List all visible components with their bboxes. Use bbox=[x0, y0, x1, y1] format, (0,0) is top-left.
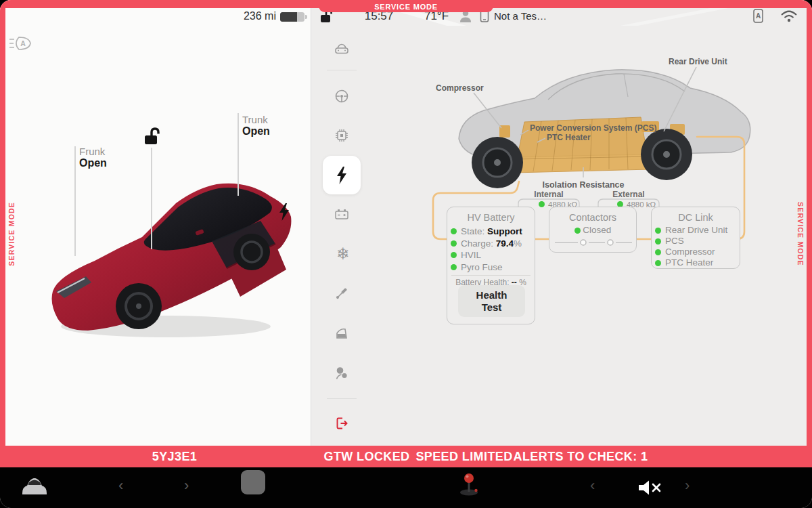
frunk-status[interactable]: Frunk Open bbox=[79, 146, 107, 169]
dc-link-panel: DC Link Rear Drive Unit PCS Compressor P… bbox=[651, 207, 740, 269]
service-mode-side-label: SERVICE MODE bbox=[796, 202, 805, 266]
dc-link-row: PCS bbox=[652, 236, 740, 247]
trunk-leader-line bbox=[238, 113, 239, 196]
alert-gtw-locked: GTW LOCKED bbox=[324, 446, 410, 467]
ptc-heater-label: PTC Heater bbox=[547, 133, 591, 142]
profile-name[interactable]: Not a Tes… bbox=[494, 10, 547, 22]
dc-link-title: DC Link bbox=[652, 212, 740, 223]
battery-gauge-tip bbox=[305, 15, 307, 19]
sidebar-item-suspension[interactable] bbox=[334, 285, 350, 301]
frunk-label: Frunk bbox=[79, 146, 107, 157]
door-unlocked-icon[interactable] bbox=[143, 126, 163, 146]
compressor-label: Compressor bbox=[436, 83, 484, 93]
range-readout[interactable]: 236 mi bbox=[223, 10, 276, 22]
auto-headlight-icon: A bbox=[9, 35, 33, 52]
vin-label: 5YJ3E1 bbox=[152, 446, 197, 467]
contactors-status-dot bbox=[574, 228, 581, 234]
sidebar-item-steering[interactable] bbox=[334, 88, 350, 104]
frunk-leader-line bbox=[74, 146, 76, 256]
dc-link-row: Compressor bbox=[652, 247, 740, 257]
state-status-dot bbox=[451, 228, 457, 234]
service-alert-bar: 5YJ3E1 GTW LOCKED SPEED LIMITED ALERTS T… bbox=[0, 446, 812, 467]
pyro-status-dot bbox=[451, 264, 457, 270]
sidebar-divider bbox=[327, 398, 357, 399]
battery-gauge-fill bbox=[280, 12, 297, 22]
svg-text:A: A bbox=[756, 12, 761, 20]
device-bezel: 236 mi 15:57 71°F Not a Tes… A A bbox=[0, 0, 812, 508]
hv-pyro-row: Pyro Fuse bbox=[447, 261, 535, 274]
volume-muted-icon[interactable] bbox=[637, 479, 666, 496]
sidebar-item-thermal[interactable]: ❄ bbox=[334, 245, 353, 263]
sidebar-item-processor[interactable] bbox=[334, 127, 350, 144]
service-mode-side-label: SERVICE MODE bbox=[7, 202, 16, 266]
hv-hvil-row: HVIL bbox=[447, 249, 535, 261]
temp-down-arrow[interactable]: ‹ bbox=[118, 478, 123, 493]
dc-status-dot bbox=[655, 228, 661, 234]
charge-port-icon[interactable] bbox=[279, 203, 290, 221]
wifi-icon[interactable] bbox=[780, 9, 798, 22]
sidebar-item-doors[interactable] bbox=[334, 325, 350, 341]
service-border-right bbox=[807, 0, 812, 446]
dc-status-dot bbox=[655, 260, 661, 266]
vehicle-render bbox=[37, 168, 304, 347]
health-test-button[interactable]: Health Test bbox=[458, 285, 525, 317]
alert-speed-limited: SPEED LIMITED bbox=[415, 446, 512, 467]
trunk-status[interactable]: Trunk Open bbox=[242, 114, 270, 137]
joystick-app-icon[interactable] bbox=[455, 470, 482, 497]
media-next-arrow[interactable]: › bbox=[685, 478, 690, 493]
sidebar-item-lv-battery[interactable] bbox=[334, 206, 350, 222]
service-mode-banner: SERVICE MODE bbox=[319, 0, 493, 12]
device-a-icon[interactable]: A bbox=[752, 8, 764, 24]
pcs-label: Power Conversion System (PCS) bbox=[530, 123, 656, 133]
hv-battery-title: HV Battery bbox=[447, 212, 535, 223]
sidebar-item-exit-service[interactable] bbox=[334, 415, 350, 431]
panel-divider bbox=[451, 275, 531, 276]
media-prev-arrow[interactable]: ‹ bbox=[590, 478, 595, 493]
lock-leader-line bbox=[151, 148, 152, 249]
temp-up-arrow[interactable]: › bbox=[184, 478, 189, 493]
isolation-resistance-title: Isolation Resistance bbox=[536, 180, 631, 190]
hv-charge-row: Charge: 79.4% bbox=[447, 238, 535, 250]
contactors-state-row: Closed bbox=[549, 225, 636, 235]
svg-text:A: A bbox=[20, 39, 26, 47]
vehicle-controls-icon[interactable] bbox=[19, 475, 50, 497]
hvil-status-dot bbox=[451, 252, 457, 258]
isolation-internal-label: Internal bbox=[522, 190, 576, 199]
sidebar-item-airbag[interactable] bbox=[334, 365, 350, 381]
battery-gauge-icon bbox=[280, 12, 304, 22]
rear-drive-unit-label: Rear Drive Unit bbox=[669, 57, 727, 66]
hv-state-row: State: Support bbox=[447, 226, 535, 238]
trunk-state: Open bbox=[242, 125, 270, 137]
dc-status-dot bbox=[655, 238, 661, 245]
contactors-title: Contactors bbox=[549, 212, 636, 223]
touchscreen: 236 mi 15:57 71°F Not a Tes… A A bbox=[0, 0, 812, 508]
high-voltage-icon bbox=[335, 166, 348, 185]
dc-status-dot bbox=[655, 249, 661, 255]
music-app-card bbox=[241, 470, 265, 494]
alert-alerts-to-check: ALERTS TO CHECK: 1 bbox=[514, 446, 648, 467]
sidebar-item-car[interactable] bbox=[334, 41, 350, 57]
hv-battery-panel: HV Battery State: Support Charge: 79.4% … bbox=[447, 207, 535, 324]
service-border-left bbox=[0, 0, 5, 446]
dc-link-row: PTC Heater bbox=[652, 257, 740, 268]
sidebar-divider bbox=[327, 70, 357, 70]
charge-status-dot bbox=[451, 240, 457, 247]
map-road bbox=[603, 8, 744, 26]
trunk-label: Trunk bbox=[242, 114, 270, 125]
isolation-external-label: External bbox=[602, 190, 656, 199]
frunk-state: Open bbox=[79, 157, 107, 169]
dc-link-row: Rear Drive Unit bbox=[652, 225, 740, 236]
contactor-schematic bbox=[554, 237, 633, 248]
internal-status-dot bbox=[539, 201, 545, 207]
contactors-panel: Contactors Closed bbox=[549, 207, 637, 253]
app-dock: ‹ 69 › ♪ bbox=[0, 467, 812, 508]
